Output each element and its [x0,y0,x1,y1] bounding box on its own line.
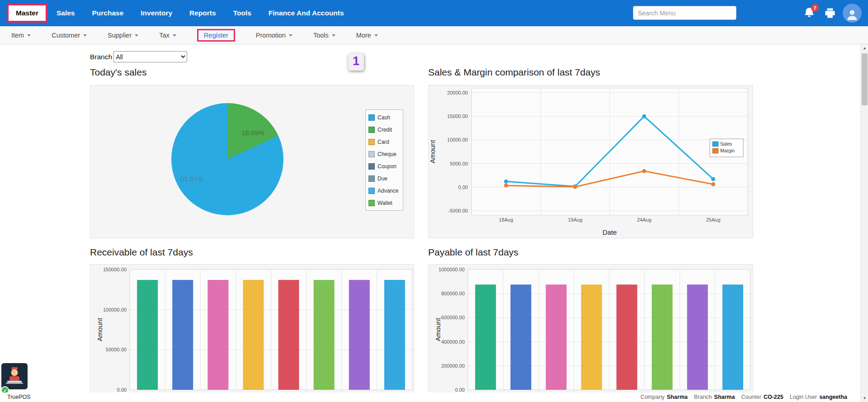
bar-1 [510,284,531,390]
truepos-logo[interactable] [1,363,28,390]
chevron-down-icon [173,34,176,37]
company-value: Sharma [667,394,688,400]
svg-text:Date: Date [603,228,617,236]
todays-sales-panel: 18.09% 81.91% CashCreditCardChequeCoupon… [90,85,414,238]
legend-item-cash[interactable]: Cash [366,111,403,123]
data-point [642,169,646,173]
svg-text:Amount: Amount [429,140,436,164]
bar-0 [137,280,158,390]
nav-tools[interactable]: Tools [233,9,251,17]
legend-label: Cheque [377,151,396,157]
legend-swatch [368,127,375,133]
sub-item-label: Supplier [108,32,132,39]
chevron-down-icon [332,34,335,37]
nav-sales[interactable]: Sales [57,9,75,17]
branch-value: Sharma [714,394,735,400]
legend-item-advance[interactable]: Advance [366,184,403,197]
sub-item-promotion[interactable]: Promotion [256,32,292,39]
bar-4 [278,280,299,390]
svg-text:50000.00: 50000.00 [106,347,127,352]
legend-item-cheque[interactable]: Cheque [366,148,403,160]
legend-label: Advance [377,188,399,194]
chart-title-payable: Payable of last 7days [428,247,519,258]
scroll-down-button[interactable]: ▼ [861,394,868,402]
bar-2 [546,284,566,390]
search-input[interactable] [633,6,736,20]
person-icon [845,8,859,21]
svg-text:Amount: Amount [434,317,442,341]
legend-swatch [368,200,375,206]
svg-text:0.00: 0.00 [458,184,468,190]
data-point [504,180,508,184]
payable-chart-svg: 0.00200000.00400000.00600000.00800000.00… [429,265,753,402]
session-info: CompanySharma BranchSharma CounterCO-225… [641,394,851,400]
login-user-value: sangeetha [819,394,847,400]
bar-7 [384,280,405,390]
scroll-up-button[interactable]: ▲ [861,44,868,52]
main-menu: Master Sales Purchase Inventory Reports … [7,0,868,26]
legend-swatch [368,188,375,194]
sub-navbar: Item Customer Supplier Tax Register Prom… [0,26,868,44]
nav-finance-and-accounts[interactable]: Finance And Accounts [269,9,344,17]
data-point [504,184,508,188]
bar-3 [581,284,602,390]
sub-item-more[interactable]: More [356,32,378,39]
sub-item-label: Tools [313,32,329,39]
chart-title-todays-sales: Today's sales [90,67,146,78]
legend-item-card[interactable]: Card [366,136,403,148]
user-avatar[interactable] [843,4,862,23]
branch-select[interactable]: All [113,51,187,62]
receivable-panel: 0.0050000.00100000.00150000.00Amount [90,264,414,402]
nav-inventory[interactable]: Inventory [141,9,172,17]
svg-text:1000000.00: 1000000.00 [439,267,465,272]
sub-item-supplier[interactable]: Supplier [108,32,138,39]
branch-label: Branch [90,53,112,61]
nav-master[interactable]: Master [7,4,47,23]
sub-item-tools[interactable]: Tools [313,32,335,39]
legend-item-coupon[interactable]: Coupon [366,160,403,172]
notifications-button[interactable]: 7 [803,7,816,19]
bar-5 [314,280,335,390]
svg-text:5000.00: 5000.00 [450,161,468,166]
legend-swatch [368,151,375,157]
svg-text:10000.00: 10000.00 [447,137,468,142]
printer-icon [824,7,836,19]
legend-label: Coupon [377,163,396,170]
svg-text:Margin: Margin [720,148,735,153]
legend-swatch [368,163,375,170]
bar-5 [652,284,673,390]
legend-label: Due [377,175,387,182]
legend-item-due[interactable]: Due [366,172,403,184]
pie-slice-label-cash: 81.91% [180,175,203,183]
svg-text:-5000.00: -5000.00 [448,208,468,213]
counter-value: CO-225 [764,394,783,400]
scrollbar-thumb[interactable] [862,53,868,105]
sub-item-item[interactable]: Item [11,32,31,39]
chevron-down-icon [27,34,31,37]
sub-item-register[interactable]: Register [197,29,235,42]
payable-panel: 0.00200000.00400000.00600000.00800000.00… [428,264,753,402]
legend-item-wallet[interactable]: Wallet [366,197,403,209]
sub-item-customer[interactable]: Customer [52,32,87,39]
chart-title-receivable: Receivable of last 7days [90,247,193,258]
bar-7 [722,284,743,390]
legend-item-credit[interactable]: Credit [366,123,403,136]
nav-reports[interactable]: Reports [189,9,216,17]
annotation-step-1: 1 [348,53,364,71]
nav-purchase[interactable]: Purchase [92,9,123,17]
app-name: TruePOS [7,394,31,400]
svg-text:19Aug: 19Aug [568,217,582,222]
sub-item-label: More [356,32,371,39]
sub-item-tax[interactable]: Tax [159,32,176,39]
sub-item-label: Register [204,32,228,39]
bar-1 [172,280,193,390]
svg-text:20000.00: 20000.00 [447,90,468,95]
notification-badge: 7 [811,4,819,12]
vertical-scrollbar[interactable]: ▲ ▼ [860,44,868,402]
branch-label: Branch [694,394,712,400]
data-point [573,185,577,189]
bar-6 [687,284,708,390]
print-button[interactable] [824,7,836,19]
svg-text:150000.00: 150000.00 [103,267,127,272]
data-point [711,177,715,181]
